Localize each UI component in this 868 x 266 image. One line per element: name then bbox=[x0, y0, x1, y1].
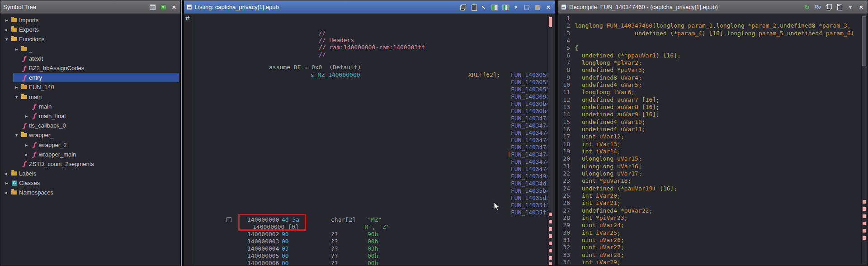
code-line[interactable]: 16 undefined4 uVar11; bbox=[558, 126, 868, 133]
tree-item-main[interactable]: ▾main bbox=[13, 92, 179, 102]
code-line[interactable]: 9 undefined8 uVar4; bbox=[558, 74, 868, 81]
export-icon[interactable] bbox=[836, 4, 843, 10]
byte-values[interactable]: 00 bbox=[282, 252, 289, 260]
snapshot-icon[interactable] bbox=[160, 4, 167, 10]
byte-columns-icon[interactable] bbox=[501, 4, 509, 10]
collapse-arrow-icon[interactable]: ▾ bbox=[13, 95, 20, 100]
code-line[interactable]: 34 int iVar29; bbox=[558, 259, 868, 266]
tree-item-functions[interactable]: ▾Functions bbox=[3, 34, 179, 44]
listing-scrollbar[interactable] bbox=[547, 15, 553, 264]
byte-type[interactable]: ?? bbox=[331, 238, 338, 245]
code-line[interactable]: 10 undefined4 uVar5; bbox=[558, 81, 868, 89]
code-line[interactable]: 8 undefined *puVar3; bbox=[558, 66, 868, 74]
xref-item[interactable]: FUN_14035f3 bbox=[511, 202, 550, 209]
xref-item[interactable]: FUN_1403055 bbox=[511, 79, 550, 86]
expand-arrow-icon[interactable]: ▸ bbox=[3, 180, 10, 185]
byte-value[interactable]: 00h bbox=[368, 252, 378, 260]
symbol-tree-titlebar[interactable]: Symbol Tree × bbox=[0, 0, 180, 14]
code-line[interactable]: 2longlong FUN_140347460(longlong param_1… bbox=[558, 22, 868, 29]
code-line[interactable]: 32 uint uVar27; bbox=[558, 244, 868, 251]
xref-item[interactable]: FUN_1403474 bbox=[511, 122, 550, 129]
symbol-label[interactable]: s_MZ_140000000 bbox=[311, 71, 360, 79]
xref-item[interactable]: FUN_1403474 bbox=[511, 166, 550, 173]
expand-arrow-icon[interactable]: ▸ bbox=[3, 171, 10, 176]
byte-address[interactable]: 140000006 bbox=[247, 260, 279, 266]
byte-value[interactable]: 90h bbox=[368, 231, 378, 238]
code-line[interactable]: 24 undefined (*pauVar19) [16]; bbox=[558, 185, 868, 192]
code-line[interactable]: 5{ bbox=[558, 44, 868, 52]
byte-type[interactable]: ?? bbox=[331, 260, 338, 266]
refresh-icon[interactable]: ↻ bbox=[803, 4, 811, 10]
byte-address[interactable]: 140000003 bbox=[247, 238, 279, 245]
xref-item[interactable]: FUN_14030b4 bbox=[511, 108, 550, 115]
close-icon[interactable]: × bbox=[545, 4, 552, 10]
expand-arrow-icon[interactable]: ▸ bbox=[3, 27, 10, 32]
tree-item-wrapper_main[interactable]: ▸ƒwrapper_main bbox=[23, 150, 179, 159]
xref-item[interactable]: FUN_14035b4 bbox=[511, 187, 550, 195]
tree-item-exports[interactable]: ▸Exports bbox=[3, 25, 179, 34]
tree-item-_[interactable]: ▸_ bbox=[13, 44, 179, 54]
collapse-arrow-icon[interactable]: ▾ bbox=[13, 133, 20, 138]
xref-item[interactable]: FUN_14035f3 bbox=[511, 209, 550, 216]
byte-value[interactable]: 'M', 'Z' bbox=[361, 223, 390, 231]
decompile-titlebar[interactable]: Decompile: FUN_140347460 - (captcha_priv… bbox=[558, 0, 868, 14]
xref-item[interactable]: FUN_1403055 bbox=[511, 86, 550, 93]
byte-type[interactable]: char[2] bbox=[331, 216, 356, 223]
byte-values[interactable]: 00 bbox=[282, 238, 289, 245]
tree-item-main_final[interactable]: ▸ƒmain_final bbox=[23, 111, 179, 121]
code-line[interactable]: 13 undefined auVar8 [16]; bbox=[558, 104, 868, 111]
expand-arrow-icon[interactable]: ▸ bbox=[23, 114, 30, 119]
code-line[interactable]: 14 undefined auVar9 [16]; bbox=[558, 111, 868, 118]
byte-value[interactable]: 03h bbox=[368, 245, 378, 252]
cursor-marker-icon[interactable]: ↖ bbox=[480, 4, 487, 10]
panel-splitter[interactable] bbox=[181, 0, 182, 266]
xref-item[interactable]: FUN_1403474 bbox=[511, 151, 550, 158]
close-icon[interactable]: × bbox=[858, 4, 865, 10]
xref-item[interactable]: FUN_1403474 bbox=[511, 129, 550, 137]
code-line[interactable]: 30 int iVar25; bbox=[558, 229, 868, 237]
tree-item-wrapper_2[interactable]: ▸ƒwrapper_2 bbox=[23, 140, 179, 149]
xref-item[interactable]: FUN_1403474 bbox=[511, 144, 550, 151]
byte-address[interactable]: 140000002 bbox=[247, 231, 279, 238]
byte-value[interactable]: "MZ" bbox=[368, 216, 382, 223]
tree-item-bz2_hbassigncodes[interactable]: ƒBZ2_hbAssignCodes bbox=[13, 63, 179, 73]
code-line[interactable]: 11 longlong lVar6; bbox=[558, 89, 868, 96]
byte-values[interactable]: 03 bbox=[282, 245, 289, 252]
tree-item-fun_140[interactable]: ▸FUN_140 bbox=[13, 82, 179, 92]
xref-item[interactable]: FUN_14035d3 bbox=[511, 195, 550, 202]
expand-arrow-icon[interactable]: ▸ bbox=[3, 18, 10, 23]
chevron-down-icon[interactable]: ▾ bbox=[847, 4, 854, 10]
xref-item[interactable]: FUN_14034d2 bbox=[511, 180, 550, 187]
xref-item[interactable]: FUN_1403050 bbox=[511, 71, 550, 79]
diff-view-icon[interactable] bbox=[491, 4, 498, 10]
xref-item[interactable]: FUN_1403474 bbox=[511, 115, 550, 122]
listing-titlebar[interactable]: Listing: captcha_privacy[1].epub ↖▾▤▦× bbox=[184, 0, 555, 14]
code-line[interactable]: 15 undefined4 uVar10; bbox=[558, 119, 868, 126]
tree-item-zstd_count_2segments[interactable]: ƒZSTD_count_2segments bbox=[13, 159, 179, 169]
byte-address[interactable]: 140000005 bbox=[247, 252, 279, 260]
expand-arrow-icon[interactable]: ▸ bbox=[13, 47, 20, 52]
tree-item-imports[interactable]: ▸Imports bbox=[3, 15, 179, 25]
grid-icon[interactable]: ▦ bbox=[534, 4, 541, 10]
code-line[interactable]: 33 uint uVar28; bbox=[558, 252, 868, 259]
copy-icon[interactable] bbox=[459, 4, 467, 10]
code-line[interactable]: 18 int iVar13; bbox=[558, 141, 868, 148]
clipboard-icon[interactable] bbox=[470, 4, 476, 10]
window-icon[interactable] bbox=[149, 4, 156, 10]
code-line[interactable]: 22 ulonglong uVar17; bbox=[558, 170, 868, 177]
tree-item-entry[interactable]: ƒentry bbox=[13, 73, 179, 82]
scrollbar-thumb[interactable] bbox=[862, 16, 866, 66]
byte-values[interactable]: 90 bbox=[282, 231, 289, 238]
copy-icon[interactable] bbox=[825, 4, 832, 10]
tree-item-labels[interactable]: ▸Labels bbox=[3, 169, 179, 178]
code-line[interactable]: 20 ulonglong uVar15; bbox=[558, 155, 868, 162]
code-line[interactable]: 3 undefined (*param_4) [16],longlong par… bbox=[558, 30, 868, 37]
tree-item-tls_callback_0[interactable]: ƒtls_callback_0 bbox=[13, 121, 179, 130]
expand-arrow-icon[interactable]: ▸ bbox=[3, 190, 10, 195]
byte-value[interactable]: 00h bbox=[368, 260, 378, 266]
byte-values[interactable]: 00 bbox=[282, 260, 289, 266]
code-line[interactable]: 27 undefined4 *puVar22; bbox=[558, 207, 868, 214]
xref-item[interactable]: FUN_1403474 bbox=[511, 158, 550, 166]
code-line[interactable]: 19 int iVar14; bbox=[558, 148, 868, 155]
code-line[interactable]: 29 uint uVar24; bbox=[558, 222, 868, 229]
